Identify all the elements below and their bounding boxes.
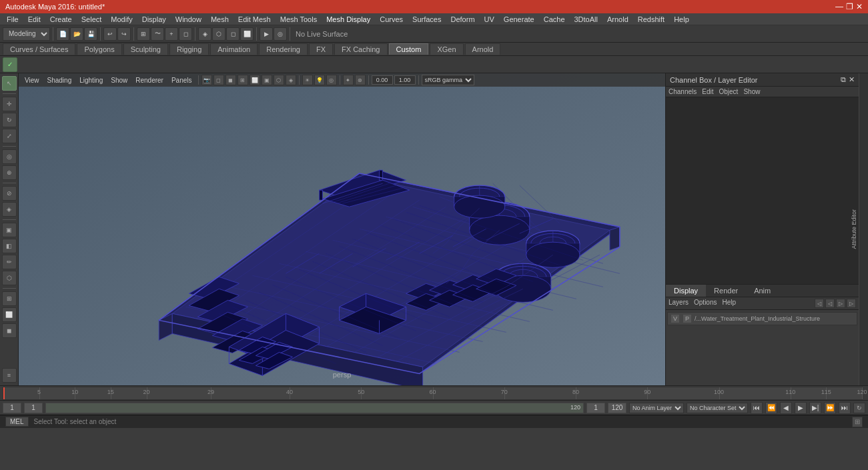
menu-cache[interactable]: Cache: [540, 15, 569, 24]
menu-create[interactable]: Create: [46, 15, 76, 24]
history[interactable]: ⊘: [2, 186, 17, 201]
vp-xray[interactable]: ✦: [343, 75, 354, 85]
far-clip-input[interactable]: [394, 75, 416, 85]
hypershade[interactable]: ◧: [2, 239, 17, 253]
save-btn[interactable]: 💾: [84, 27, 97, 41]
menu-generate[interactable]: Generate: [500, 15, 538, 24]
menu-curves[interactable]: Curves: [376, 15, 407, 24]
panel-close-btn[interactable]: ✕: [849, 75, 855, 84]
mode-dropdown[interactable]: Modeling: [3, 27, 50, 41]
paint-effects[interactable]: ✏: [2, 255, 17, 269]
panel-float-btn[interactable]: ⧉: [841, 75, 846, 84]
step-fwd-btn[interactable]: ⏩: [824, 402, 836, 414]
vp-display1[interactable]: ◻: [213, 75, 224, 85]
snap-curve[interactable]: 〜: [151, 27, 164, 41]
playhead[interactable]: [3, 387, 5, 399]
goto-end-btn[interactable]: ⏭: [839, 402, 851, 414]
range-end-input[interactable]: [608, 403, 626, 413]
window-controls[interactable]: — ❐ ✕: [835, 2, 863, 11]
close-btn[interactable]: ✕: [856, 2, 863, 11]
vp-menu-show[interactable]: Show: [107, 76, 131, 85]
layer-item[interactable]: V P /...Water_Treatment_Plant_Industrial…: [667, 312, 857, 325]
viewport-3d[interactable]: View Shading Lighting Show Renderer Pane…: [19, 73, 665, 385]
vp-camera[interactable]: 📷: [201, 75, 212, 85]
near-clip-input[interactable]: [372, 75, 393, 85]
vp-menu-lighting[interactable]: Lighting: [76, 76, 106, 85]
vp-menu-renderer[interactable]: Renderer: [132, 76, 167, 85]
layer-next-btn[interactable]: ▷: [836, 299, 845, 308]
select-hier[interactable]: ⬡: [212, 27, 226, 41]
tab-xgen[interactable]: XGen: [430, 43, 463, 55]
attribute-editor-tab[interactable]: Channel Box / Layer Editor Attribute Edi…: [859, 73, 868, 385]
vp-menu-panels[interactable]: Panels: [168, 76, 195, 85]
ch-menu-show[interactable]: Show: [743, 88, 760, 95]
step-back-btn[interactable]: ⏪: [765, 402, 777, 414]
display-tab-anim[interactable]: Anim: [746, 285, 779, 297]
snap-point[interactable]: +: [165, 27, 178, 41]
menu-btn[interactable]: ≡: [2, 368, 17, 383]
open-btn[interactable]: 📂: [70, 27, 83, 41]
redo-btn[interactable]: ↪: [117, 27, 131, 41]
scale-tool[interactable]: ⤢: [2, 129, 17, 143]
menu-edit-mesh[interactable]: Edit Mesh: [234, 15, 275, 24]
prev-frame-btn[interactable]: ◀: [780, 402, 792, 414]
publish[interactable]: ◼: [2, 323, 17, 338]
menu-modify[interactable]: Modify: [107, 15, 136, 24]
select-all[interactable]: ◈: [198, 27, 211, 41]
vp-shadow[interactable]: ◎: [326, 75, 337, 85]
vp-smooth[interactable]: ◈: [286, 75, 296, 85]
layer-next2-btn[interactable]: ▷: [847, 299, 856, 308]
undo-btn[interactable]: ↩: [103, 27, 117, 41]
vp-menu-shading[interactable]: Shading: [44, 76, 75, 85]
menu-help[interactable]: Help: [670, 15, 693, 24]
language-label[interactable]: MEL: [5, 417, 29, 427]
vp-light1[interactable]: ☀: [302, 75, 313, 85]
xgen-btn[interactable]: ⬡: [2, 271, 17, 285]
select-obj[interactable]: ◻: [226, 27, 240, 41]
tab-arnold[interactable]: Arnold: [465, 43, 501, 55]
next-frame-btn[interactable]: ▶|: [809, 402, 821, 414]
display-tab-display[interactable]: Display: [666, 285, 706, 297]
menu-mesh-tools[interactable]: Mesh Tools: [276, 15, 321, 24]
show-manip[interactable]: ◈: [2, 202, 17, 217]
move-tool[interactable]: ✛: [2, 97, 17, 111]
menu-surfaces[interactable]: Surfaces: [408, 15, 445, 24]
color-space-select[interactable]: sRGB gamma: [422, 75, 474, 85]
current-frame-input[interactable]: [24, 403, 43, 413]
status-expand-btn[interactable]: ⊞: [852, 417, 863, 427]
layer-playback[interactable]: P: [683, 314, 692, 323]
container[interactable]: ⬜: [2, 307, 17, 322]
tab-polygons[interactable]: Polygons: [77, 43, 121, 55]
layers-menu-layers[interactable]: Layers: [669, 299, 689, 308]
tab-animation[interactable]: Animation: [210, 43, 258, 55]
minimize-btn[interactable]: —: [835, 2, 843, 11]
select-tool[interactable]: ↖: [2, 76, 17, 91]
tab-sculpting[interactable]: Sculpting: [123, 43, 168, 55]
menu-display[interactable]: Display: [138, 15, 170, 24]
goto-start-btn[interactable]: ⏮: [751, 402, 763, 414]
snap-surface[interactable]: ◻: [179, 27, 192, 41]
vp-display3[interactable]: ⊞: [238, 75, 248, 85]
ch-menu-object[interactable]: Object: [719, 88, 739, 95]
layers-menu-options[interactable]: Options: [694, 299, 717, 308]
maximize-btn[interactable]: ❐: [846, 2, 853, 11]
layer-prev-btn[interactable]: ◁: [815, 299, 824, 308]
soft-select[interactable]: ◎: [2, 149, 17, 164]
tab-fx-caching[interactable]: FX Caching: [334, 43, 387, 55]
tab-rendering[interactable]: Rendering: [259, 43, 308, 55]
tab-fx[interactable]: FX: [309, 43, 333, 55]
char-set-select[interactable]: No Character Set: [687, 403, 748, 413]
new-btn[interactable]: 📄: [56, 27, 69, 41]
ipr-btn[interactable]: ◎: [274, 27, 287, 41]
tab-rigging[interactable]: Rigging: [169, 43, 209, 55]
ch-menu-edit[interactable]: Edit: [702, 88, 713, 95]
layers-menu-help[interactable]: Help: [722, 299, 736, 308]
menu-uv[interactable]: UV: [480, 15, 498, 24]
menu-arnold[interactable]: Arnold: [603, 15, 632, 24]
display-tab-render[interactable]: Render: [706, 285, 746, 297]
quick-select[interactable]: ⊞: [2, 291, 17, 306]
snap-together[interactable]: ⊕: [2, 165, 17, 180]
vp-menu-view[interactable]: View: [21, 76, 43, 85]
ch-menu-channels[interactable]: Channels: [669, 88, 697, 95]
vp-light2[interactable]: 💡: [314, 75, 325, 85]
